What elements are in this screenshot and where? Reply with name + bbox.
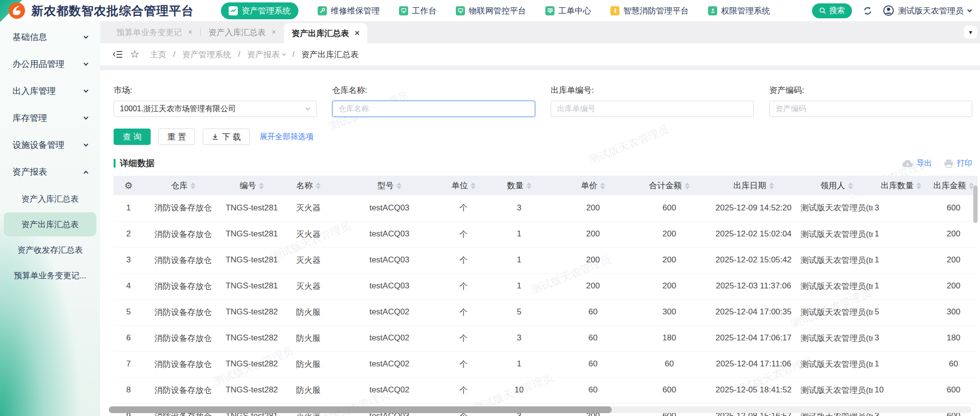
- user-menu[interactable]: 测试版天农管理员: [883, 5, 971, 16]
- col-unit[interactable]: 单位: [443, 176, 484, 195]
- filter-bar: 市场: 10001.浙江天农市场管理有限公司 仓库名称: 出库单编号: 资产编码…: [114, 85, 972, 117]
- filter-label: 仓库名称:: [332, 85, 535, 96]
- sidebar-item-asset-inbound-report[interactable]: 资产入库汇总表: [4, 187, 96, 211]
- table-cell: 10: [873, 377, 929, 403]
- table-row[interactable]: 4消防设备存放仓TNGS-test281灭火器testACQ03个1200200…: [114, 273, 978, 299]
- sidebar-item-facility-equipment[interactable]: 设施设备管理: [0, 131, 100, 158]
- sidebar-item-budget-change-record[interactable]: 预算单业务变更记...: [4, 263, 96, 287]
- nav-permission-system[interactable]: 权限管理系统: [708, 5, 770, 16]
- sidebar-item-basic-info[interactable]: 基础信息: [0, 24, 100, 51]
- close-icon[interactable]: ×: [271, 27, 276, 37]
- export-link[interactable]: 导出: [902, 158, 932, 169]
- sidebar-item-asset-balance-report[interactable]: 资产收发存汇总表: [4, 238, 96, 262]
- col-name[interactable]: 名称: [281, 176, 336, 195]
- asset-code-input[interactable]: [769, 101, 972, 117]
- wrench-icon: [318, 6, 327, 15]
- chevron-up-icon: [84, 170, 89, 175]
- sidebar-item-asset-outbound-report[interactable]: 资产出库汇总表: [4, 212, 96, 236]
- table-cell: 2025-12-09 14:52:20: [707, 195, 800, 221]
- sidebar-item-office-supplies[interactable]: 办公用品管理: [0, 51, 100, 78]
- tab-asset-inbound[interactable]: 资产入库汇总表 ×: [201, 21, 284, 43]
- column-settings[interactable]: ⚙: [114, 176, 143, 195]
- col-outbound-quantity[interactable]: 出库数量: [873, 176, 929, 195]
- table-row[interactable]: 3消防设备存放仓TNGS-test281灭火器testACQ03个1200200…: [114, 247, 978, 273]
- table-cell: 灭火器: [281, 195, 336, 221]
- sort-icon: [527, 182, 531, 189]
- tab-budget-change[interactable]: 预算单业务变更记 ×: [109, 21, 200, 43]
- breadcrumb-separator: /: [292, 50, 295, 59]
- nav-smart-fire-platform[interactable]: 智慧消防管理平台: [610, 5, 689, 16]
- favorite-star-icon[interactable]: ☆: [130, 49, 140, 60]
- col-quantity[interactable]: 数量: [484, 176, 554, 195]
- table-row[interactable]: 8消防设备存放仓TNGS-test282防火服testACQ02个1060600…: [114, 377, 978, 403]
- horizontal-scrollbar-thumb[interactable]: [109, 406, 612, 413]
- menu-label: 资产报表: [13, 166, 47, 178]
- table-row[interactable]: 6消防设备存放仓TNGS-test282防火服testACQ02个3601802…: [114, 325, 978, 351]
- search-button[interactable]: 搜索: [812, 3, 852, 18]
- sidebar-item-inventory[interactable]: 库存管理: [0, 104, 100, 131]
- breadcrumb-reports[interactable]: 资产报表: [247, 49, 285, 60]
- breadcrumb-home[interactable]: 主页: [150, 49, 167, 60]
- work-order-icon: [545, 6, 554, 15]
- table-cell: 300: [632, 299, 707, 325]
- col-warehouse[interactable]: 仓库: [143, 176, 223, 195]
- tab-list-dropdown[interactable]: ▼: [964, 26, 977, 39]
- outbound-order-input[interactable]: [551, 101, 754, 117]
- col-model[interactable]: 型号: [336, 176, 443, 195]
- col-outbound-date[interactable]: 出库日期: [707, 176, 800, 195]
- gear-icon[interactable]: ⚙: [124, 181, 132, 191]
- close-icon[interactable]: ×: [355, 28, 360, 38]
- query-button[interactable]: 查 询: [114, 129, 151, 145]
- tab-asset-outbound[interactable]: 资产出库汇总表 ×: [284, 23, 367, 43]
- top-nav: 资产管理系统 维修维保管理 工作台 物联网管控平台: [221, 2, 770, 19]
- reset-button[interactable]: 重 置: [158, 129, 195, 145]
- nav-workbench[interactable]: 工作台: [399, 5, 437, 16]
- warehouse-name-input[interactable]: [332, 101, 535, 117]
- table-cell: 2025-12-05 18:41:52: [707, 377, 800, 403]
- sidebar-item-asset-reports[interactable]: 资产报表: [0, 158, 100, 185]
- refresh-icon[interactable]: [863, 6, 873, 16]
- table-cell: 灭火器: [281, 221, 336, 247]
- table-row[interactable]: 5消防设备存放仓TNGS-test282防火服testACQ02个5603002…: [114, 299, 978, 325]
- submenu-label: 资产收发存汇总表: [17, 245, 83, 256]
- col-outbound-amount[interactable]: 出库金额: [929, 176, 978, 195]
- print-link[interactable]: 打印: [943, 158, 972, 169]
- sort-icon: [848, 182, 853, 189]
- app: 新农都数智农批综合管理平台 资产管理系统 维修维保管理 工作台: [0, 0, 980, 416]
- table-cell: 2025-12-04 17:06:17: [707, 325, 800, 351]
- col-code[interactable]: 编号: [223, 176, 281, 195]
- table-cell: 1: [484, 351, 554, 377]
- table-cell: 3: [873, 325, 929, 351]
- table-row[interactable]: 2消防设备存放仓TNGS-test281灭火器testACQ03个1200200…: [114, 221, 978, 247]
- table-cell: 2: [114, 221, 143, 247]
- nav-iot-platform[interactable]: 物联网管控平台: [456, 5, 526, 16]
- sidebar-item-inout-warehouse[interactable]: 出入库管理: [0, 78, 100, 104]
- table-cell: 2025-12-04 17:00:35: [707, 299, 800, 325]
- menu-fold-icon[interactable]: [113, 50, 123, 59]
- menu-label: 基础信息: [13, 31, 47, 43]
- table-row[interactable]: 7消防设备存放仓TNGS-test282防火服testACQ02个1606020…: [114, 351, 978, 377]
- vertical-scrollbar[interactable]: [973, 185, 978, 223]
- col-unit-price[interactable]: 单价: [554, 176, 632, 195]
- chevron-down-icon: [84, 34, 89, 39]
- nav-asset-management[interactable]: 资产管理系统: [221, 2, 298, 19]
- expand-filters-link[interactable]: 展开全部筛选项: [259, 132, 313, 142]
- table-cell: 60: [554, 299, 632, 325]
- table-cell: 测试版天农管理员(tna: [800, 273, 873, 299]
- filter-actions: 查 询 重 置 下 载 展开全部筛选项: [114, 129, 972, 145]
- col-recipient[interactable]: 领用人: [800, 176, 873, 195]
- table-cell: testACQ02: [336, 299, 443, 325]
- market-select[interactable]: 10001.浙江天农市场管理有限公司: [114, 101, 317, 117]
- table-cell: 60: [554, 351, 632, 377]
- table-cell: 2025-12-02 15:02:04: [707, 221, 800, 247]
- nav-maintenance[interactable]: 维修维保管理: [318, 5, 380, 16]
- chevron-down-icon: [84, 142, 89, 147]
- col-total-amount[interactable]: 合计金额: [632, 176, 707, 195]
- nav-work-order-center[interactable]: 工单中心: [545, 5, 591, 16]
- download-button[interactable]: 下 载: [203, 129, 250, 145]
- close-icon[interactable]: ×: [188, 27, 193, 37]
- table-cell: 灭火器: [281, 247, 336, 273]
- breadcrumb-system[interactable]: 资产管理系统: [182, 49, 231, 60]
- table-row[interactable]: 1消防设备存放仓TNGS-test281灭火器testACQ03个3200600…: [114, 195, 978, 221]
- filter-label: 出库单编号:: [551, 85, 754, 96]
